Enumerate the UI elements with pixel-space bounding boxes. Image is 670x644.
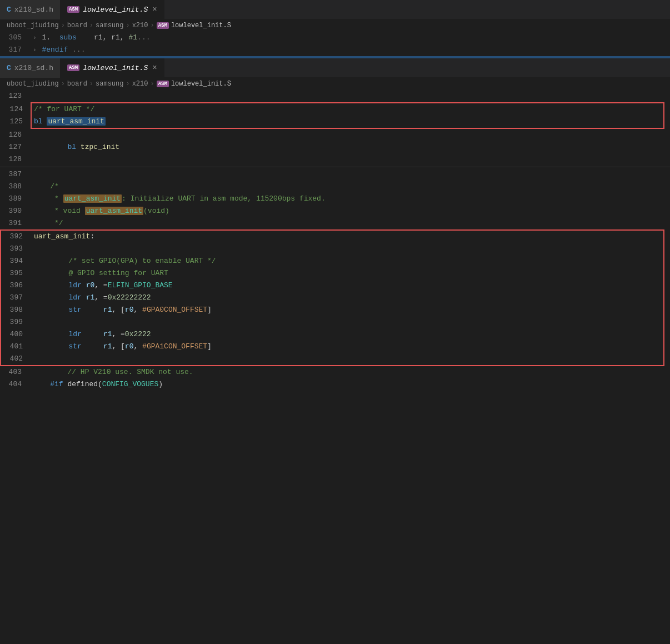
- code-line-125: 125 bl uart_asm_init: [32, 116, 663, 128]
- line-num-395: 395: [1, 267, 32, 279]
- bottom-breadcrumb: uboot_jiuding › board › samsung › x210 ›…: [0, 78, 670, 90]
- line-content-402: [32, 353, 663, 365]
- line-content-127: bl tzpc_init: [31, 141, 670, 153]
- breadcrumb-asm-icon-b: ASM: [157, 81, 169, 87]
- line-content-126: [31, 129, 670, 141]
- code-line-394: 394 /* set GPIO(GPA) to enable UART */: [1, 255, 663, 267]
- breadcrumb-b-part-2[interactable]: board: [67, 80, 87, 88]
- code-line-404: 404 #if defined(CONFIG_VOGUES): [0, 378, 670, 391]
- line-content-401: str r1, [r0, #GPA1CON_OFFSET]: [32, 341, 663, 353]
- line-num-399: 399: [1, 316, 32, 328]
- line-content-391: */: [31, 217, 670, 229]
- breadcrumb-file-top: lowlevel_init.S: [171, 22, 231, 29]
- line-num-126: 126: [0, 129, 31, 141]
- breadcrumb-file-bottom: lowlevel_init.S: [171, 80, 231, 88]
- breadcrumb-part-2[interactable]: board: [67, 22, 87, 29]
- line-num-391: 391: [0, 217, 31, 229]
- code-line-395: 395 @ GPIO setting for UART: [1, 267, 663, 279]
- code-line-389: 389 * uart_asm_init: Initialize UART in …: [0, 193, 670, 205]
- tab-close-bottom[interactable]: ×: [152, 63, 157, 72]
- breadcrumb-part-4[interactable]: x210: [132, 22, 148, 29]
- line-content-317: › #endif ...: [31, 44, 670, 56]
- code-line-397: 397 ldr r1, =0x22222222: [1, 292, 663, 304]
- tab-label-x210-b: x210_sd.h: [14, 64, 53, 72]
- code-line-398: 398 str r1, [r0, #GPA0CON_OFFSET]: [1, 304, 663, 316]
- line-content-305: › 1. subs r1, r1, #1...: [31, 32, 670, 44]
- tab-label-x210: x210_sd.h: [14, 6, 53, 14]
- highlight-390-1: uart_asm_init: [85, 207, 143, 215]
- breadcrumb-part-3[interactable]: samsung: [96, 22, 123, 29]
- c-icon: C: [7, 6, 11, 14]
- b-sep-3: ›: [126, 80, 129, 88]
- code-line-403: 403 // HP V210 use. SMDK not use.: [0, 366, 670, 378]
- line-content-398: str r1, [r0, #GPA0CON_OFFSET]: [32, 304, 663, 316]
- code-line-388: 388 /*: [0, 181, 670, 193]
- code-line-402: 402: [1, 353, 663, 365]
- tab-c-x210-b[interactable]: C x210_sd.h: [0, 58, 61, 78]
- tab-asm-lowlevel-bottom[interactable]: ASM lowlevel_init.S ×: [61, 58, 164, 78]
- breadcrumb-b-part-3[interactable]: samsung: [96, 80, 123, 88]
- line-num-397: 397: [1, 292, 32, 304]
- tab-asm-lowlevel-top[interactable]: ASM lowlevel_init.S ×: [61, 0, 164, 19]
- code-line-392: 392 uart_asm_init:: [1, 231, 663, 243]
- asm-icon-top: ASM: [67, 6, 79, 13]
- line-num-392: 392: [1, 231, 32, 243]
- line-content-128: [31, 153, 670, 166]
- bottom-code-area: 123 124 /* for UART */ 125 bl uart_asm_i…: [0, 90, 670, 391]
- line-num-127: 127: [0, 141, 31, 153]
- line-num-387: 387: [0, 168, 31, 181]
- top-code-area: 305 › 1. subs r1, r1, #1... 317 › #endif…: [0, 32, 670, 57]
- code-line-400: 400 ldr r1, =0x2222: [1, 328, 663, 341]
- line-content-403: // HP V210 use. SMDK not use.: [31, 366, 670, 378]
- code-line-123: 123: [0, 90, 670, 102]
- c-icon-b: C: [7, 64, 11, 72]
- breadcrumb-b-part-4[interactable]: x210: [132, 80, 148, 88]
- line-num-388: 388: [0, 181, 31, 193]
- bottom-tab-bar: C x210_sd.h ASM lowlevel_init.S ×: [0, 58, 670, 78]
- tab-close-top[interactable]: ×: [152, 5, 157, 14]
- breadcrumb-asm-icon: ASM: [157, 22, 169, 29]
- code-line-391: 391 */: [0, 217, 670, 229]
- line-num-404: 404: [0, 378, 31, 391]
- b-sep-4: ›: [150, 80, 154, 88]
- section-divider: [0, 167, 670, 167]
- code-line-399: 399: [1, 316, 663, 328]
- line-content-390: * void uart_asm_init(void): [31, 205, 670, 217]
- code-line-127: 127 bl tzpc_init: [0, 141, 670, 153]
- line-num-393: 393: [1, 243, 32, 255]
- tab-label-lowlevel-bottom: lowlevel_init.S: [83, 64, 148, 72]
- tab-label-lowlevel-top: lowlevel_init.S: [83, 6, 148, 14]
- code-line-387: 387: [0, 168, 670, 181]
- line-content-395: @ GPIO setting for UART: [32, 267, 663, 279]
- line-num-400: 400: [1, 328, 32, 341]
- line-content-393: [32, 243, 663, 255]
- line-content-404: #if defined(CONFIG_VOGUES): [31, 378, 670, 391]
- line-content-397: ldr r1, =0x22222222: [32, 292, 663, 304]
- tab-c-x210[interactable]: C x210_sd.h: [0, 0, 61, 19]
- line-num-402: 402: [1, 353, 32, 365]
- uart-asm-init-selected: uart_asm_init: [47, 117, 105, 126]
- line-content-125: bl uart_asm_init: [32, 116, 663, 128]
- line-num-403: 403: [0, 366, 31, 378]
- line-content-394: /* set GPIO(GPA) to enable UART */: [32, 255, 663, 267]
- code-line-317: 317 › #endif ...: [0, 44, 670, 56]
- line-num-390: 390: [0, 205, 31, 217]
- line-num-396: 396: [1, 279, 32, 292]
- b-sep-2: ›: [89, 80, 93, 88]
- line-num-125: 125: [1, 116, 32, 128]
- line-content-388: /*: [31, 181, 670, 193]
- code-line-390: 390 * void uart_asm_init(void): [0, 205, 670, 217]
- code-line-401: 401 str r1, [r0, #GPA1CON_OFFSET]: [1, 341, 663, 353]
- red-box-124-125: 124 /* for UART */ 125 bl uart_asm_init: [31, 102, 664, 129]
- line-content-392: uart_asm_init:: [32, 231, 663, 243]
- code-line-305: 305 › 1. subs r1, r1, #1...: [0, 32, 670, 44]
- breadcrumb-part-1[interactable]: uboot_jiuding: [7, 22, 59, 29]
- line-num-305: 305: [0, 32, 31, 44]
- top-editor-pane: C x210_sd.h ASM lowlevel_init.S × uboot_…: [0, 0, 670, 57]
- code-line-396: 396 ldr r0, =ELFIN_GPIO_BASE: [1, 279, 663, 292]
- line-num-398: 398: [1, 304, 32, 316]
- sep-1: ›: [61, 22, 65, 29]
- highlight-389-1: uart_asm_init: [63, 194, 122, 203]
- line-num-124: 124: [1, 103, 32, 116]
- breadcrumb-b-part-1[interactable]: uboot_jiuding: [7, 80, 59, 88]
